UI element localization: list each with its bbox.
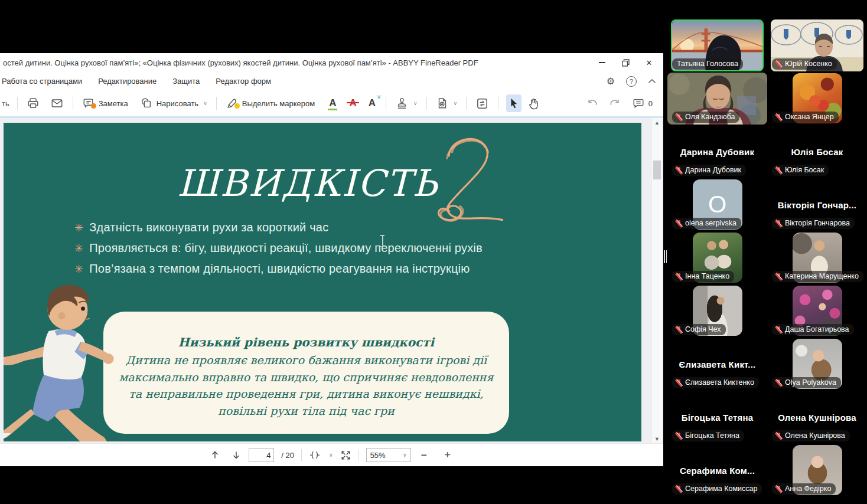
participant-name-label: Єлизавета Киктенко [672, 377, 759, 388]
menu-forms[interactable]: Редактор форм [216, 77, 271, 86]
print-button[interactable] [25, 94, 41, 112]
participant-name-label: Софія Чех [672, 324, 726, 335]
zoom-level-select[interactable]: 55% ∨ [366, 448, 411, 462]
bullet-text: Проявляється в: бігу, швидкості реакції,… [89, 241, 483, 255]
participant-tile[interactable]: Юлія Босак Юлія Босак [767, 126, 867, 178]
window-title: остей дитини. Оцінка рухової пам’яті»; «… [0, 58, 596, 67]
highlight-text-button[interactable]: A [327, 94, 338, 113]
participant-tile[interactable]: Софія Чех [667, 285, 767, 337]
participant-tile[interactable]: Бігоцька Тетяна Бігоцька Тетяна [667, 391, 767, 443]
participant-tile[interactable]: Єлизавета Кикт... Єлизавета Киктенко [667, 338, 767, 390]
scroll-up-arrow[interactable]: ▲ [652, 118, 662, 127]
muted-mic-icon [675, 326, 683, 333]
envelope-icon [50, 97, 64, 110]
participant-tile[interactable]: Дарина Дубовик Дарина Дубовик [667, 126, 767, 178]
participant-tile[interactable]: Юрій Косенко [767, 19, 867, 71]
next-page-icon[interactable] [231, 450, 242, 460]
muted-mic-icon [675, 379, 683, 387]
participant-name-label: Olya Polyakova [772, 377, 841, 388]
convert-document-button[interactable] [474, 94, 490, 113]
participant-display-name: Єлизавета Кикт... [667, 359, 767, 369]
muted-mic-icon [775, 166, 783, 174]
restore-button[interactable] [620, 57, 631, 68]
menu-protection[interactable]: Защита [172, 77, 200, 86]
participant-tile[interactable]: Анна Федірко [767, 444, 867, 496]
scrollbar-thumb[interactable] [653, 161, 661, 179]
save-button-partial[interactable]: ть [2, 99, 9, 108]
participant-name-label: Олена Кушнірова [772, 430, 850, 441]
strikethrough-button[interactable]: A [347, 94, 358, 113]
undo-icon[interactable] [586, 97, 599, 109]
participant-tile[interactable]: Оля Кандзюба [667, 73, 767, 125]
participant-tile[interactable]: Даша Богатирьова [767, 285, 867, 337]
scroll-down-arrow[interactable]: ▼ [652, 434, 662, 444]
muted-mic-icon [675, 113, 683, 121]
page-number-input[interactable]: 4 [249, 448, 274, 462]
marker-icon [226, 97, 239, 110]
comments-button[interactable]: 0 [631, 94, 654, 112]
settings-gear-icon[interactable]: ⚙ [607, 76, 615, 87]
participant-name-label: olena serpivska [672, 218, 741, 229]
participant-name-label: Татьяна Голосова [672, 58, 743, 70]
participant-tile[interactable]: Оксана Янцер [767, 73, 867, 125]
participant-display-name: Бігоцька Тетяна [667, 413, 767, 423]
participant-tile[interactable]: Татьяна Голосова [667, 19, 767, 71]
pdf-document-area: ШВИДКІСТЬ ✳ Здатність виконувати рухи за… [0, 118, 663, 444]
participant-tile[interactable]: Серафима Ком... Серафима Комиссар [667, 444, 767, 496]
participant-tile[interactable]: O olena serpivska [667, 179, 767, 231]
muted-mic-icon [675, 220, 683, 227]
bullet-text: Пов’язана з темпом діяльності, швидкістю… [89, 262, 470, 276]
menu-editing[interactable]: Редактирование [98, 77, 157, 86]
collapse-ribbon-icon[interactable] [648, 78, 656, 84]
sparkle-bullet-icon: ✳ [74, 242, 83, 255]
participant-name-label: Юрій Косенко [772, 58, 837, 70]
vertical-scrollbar[interactable]: ▲ ▼ [651, 118, 662, 444]
text-cursor [380, 235, 385, 247]
recognize-text-button[interactable]: ∨ [435, 94, 459, 112]
convert-icon [475, 97, 489, 110]
page-total: / 20 [281, 451, 294, 460]
participants-panel: Татьяна Голосова Юрій Косенко [667, 19, 867, 498]
panel-resize-handle[interactable] [664, 250, 667, 263]
slide-number-scribble [430, 131, 514, 224]
hand-tool-button[interactable] [526, 94, 542, 113]
fit-width-icon[interactable] [309, 449, 321, 461]
text-highlight-icon: A [328, 97, 337, 110]
note-button[interactable]: Заметка [81, 94, 129, 112]
participant-tile[interactable]: Інна Таценко [667, 232, 767, 284]
participant-tile[interactable]: Olya Polyakova [767, 338, 867, 390]
participant-tile[interactable]: Катерина Марущенко [767, 232, 867, 284]
muted-mic-icon [775, 60, 783, 68]
finereader-window: остей дитини. Оцінка рухової пам’яті»; «… [0, 53, 663, 466]
zoom-in-button[interactable]: + [442, 449, 454, 462]
participant-name-label: Дарина Дубовик [672, 165, 746, 176]
email-button[interactable] [49, 94, 65, 112]
muted-mic-icon [675, 485, 683, 493]
window-titlebar: остей дитини. Оцінка рухової пам’яті»; «… [0, 53, 663, 72]
sparkle-bullet-icon: ✳ [74, 221, 83, 234]
menu-pages[interactable]: Работа со страницами [2, 77, 82, 86]
muted-mic-icon [775, 485, 783, 493]
select-tool-button[interactable] [506, 94, 521, 112]
participant-name-label: Даша Богатирьова [772, 324, 854, 335]
participant-name-label: Катерина Марущенко [772, 271, 863, 282]
muted-mic-icon [675, 432, 683, 440]
muted-mic-icon [775, 379, 783, 387]
participant-display-name: Юлія Босак [767, 147, 867, 157]
redo-icon[interactable] [608, 97, 621, 109]
draw-button[interactable]: Нарисовать ∨ [139, 94, 208, 112]
participant-tile[interactable]: Вікторія Гончар... Вікторія Гончарова [767, 179, 867, 231]
close-button[interactable]: ✕ [643, 57, 655, 68]
chevron-down-icon[interactable]: ∨ [329, 452, 333, 458]
chevron-down-icon: ∨ [413, 100, 418, 106]
insert-text-button[interactable]: A˅ [366, 94, 378, 113]
previous-page-icon[interactable] [210, 450, 220, 460]
fullscreen-icon[interactable] [340, 450, 351, 461]
stamp-button[interactable]: ∨ [394, 94, 419, 113]
help-icon[interactable]: ? [626, 76, 637, 87]
participant-tile[interactable]: Олена Кушнірова Олена Кушнірова [767, 391, 867, 443]
participant-name-label: Анна Федірко [772, 483, 836, 495]
zoom-out-button[interactable]: − [418, 449, 430, 462]
minimize-button[interactable] [596, 57, 608, 68]
highlight-marker-button[interactable]: Выделить маркером [224, 94, 316, 112]
